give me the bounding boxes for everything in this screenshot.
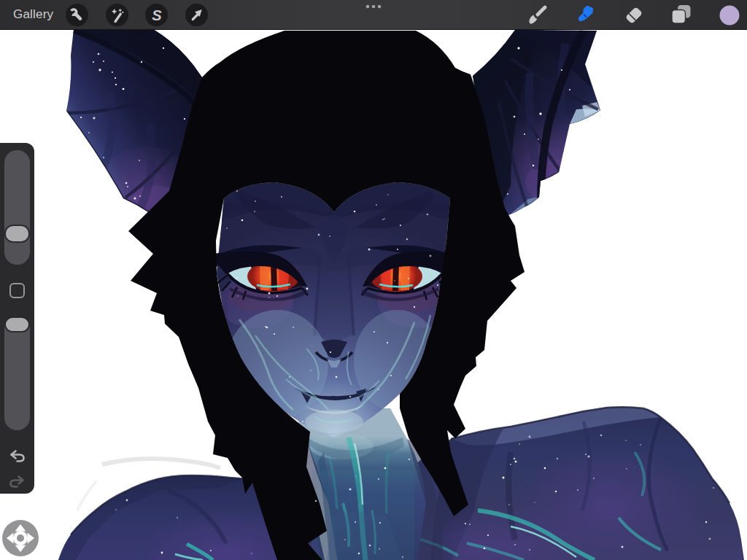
svg-text:S: S (152, 7, 162, 23)
